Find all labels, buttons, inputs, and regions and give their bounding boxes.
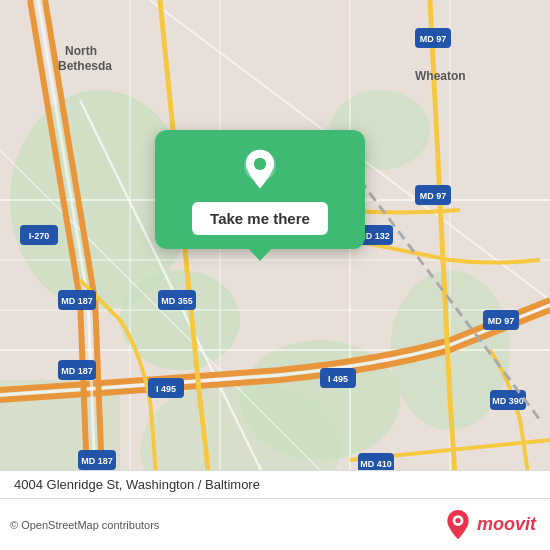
svg-point-58 — [455, 517, 460, 522]
svg-text:MD 390: MD 390 — [492, 396, 524, 406]
svg-text:MD 187: MD 187 — [81, 456, 113, 466]
svg-text:Wheaton: Wheaton — [415, 69, 466, 83]
location-pin-icon — [238, 148, 282, 192]
attribution-text: © OpenStreetMap contributors — [10, 519, 159, 531]
svg-text:I-270: I-270 — [29, 231, 50, 241]
svg-text:MD 187: MD 187 — [61, 296, 93, 306]
moovit-label: moovit — [477, 514, 536, 535]
moovit-pin-icon — [444, 509, 472, 541]
svg-text:MD 410: MD 410 — [360, 459, 392, 469]
popup-card[interactable]: Take me there — [155, 130, 365, 249]
address-text: 4004 Glenridge St, Washington / Baltimor… — [14, 477, 260, 492]
map-background: I-270 MD 355 MD 355 MD 97 MD 97 MD 97 MD… — [0, 0, 550, 550]
svg-text:MD 97: MD 97 — [420, 191, 447, 201]
svg-text:Bethesda: Bethesda — [58, 59, 112, 73]
map-container: I-270 MD 355 MD 355 MD 97 MD 97 MD 97 MD… — [0, 0, 550, 550]
svg-text:I 495: I 495 — [156, 384, 176, 394]
svg-text:North: North — [65, 44, 97, 58]
svg-text:MD 355: MD 355 — [161, 296, 193, 306]
take-me-there-button[interactable]: Take me there — [192, 202, 328, 235]
bottom-bar: © OpenStreetMap contributors moovit — [0, 498, 550, 550]
svg-text:I 495: I 495 — [328, 374, 348, 384]
svg-text:MD 187: MD 187 — [61, 366, 93, 376]
svg-text:MD 97: MD 97 — [420, 34, 447, 44]
svg-text:MD 97: MD 97 — [488, 316, 515, 326]
address-bar: 4004 Glenridge St, Washington / Baltimor… — [0, 470, 550, 498]
svg-point-56 — [254, 158, 266, 170]
moovit-logo: moovit — [444, 509, 536, 541]
